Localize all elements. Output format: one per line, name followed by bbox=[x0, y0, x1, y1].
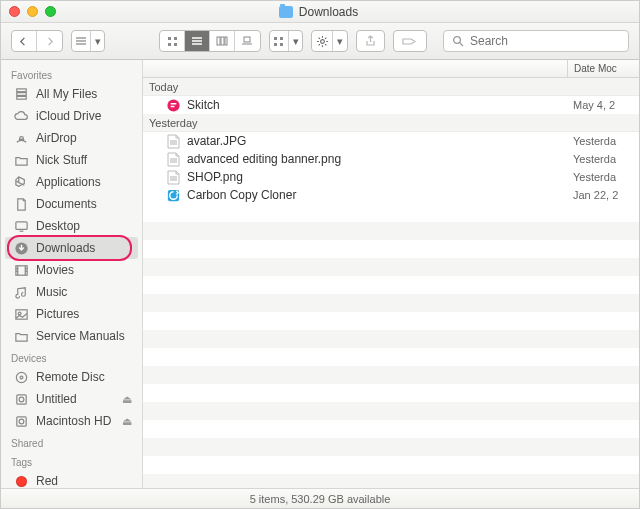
pictures-icon bbox=[13, 306, 29, 322]
svg-point-28 bbox=[19, 419, 24, 424]
window-controls bbox=[9, 6, 56, 17]
png-file-icon bbox=[165, 169, 181, 185]
close-button[interactable] bbox=[9, 6, 20, 17]
file-row[interactable]: advanced editing banner.pngYesterda bbox=[143, 150, 639, 168]
file-name: Skitch bbox=[187, 98, 567, 112]
sidebar-item-label: Music bbox=[36, 285, 132, 299]
desktop-icon bbox=[13, 218, 29, 234]
zoom-button[interactable] bbox=[45, 6, 56, 17]
chevron-down-icon: ▾ bbox=[333, 31, 346, 51]
jpg-file-icon bbox=[165, 133, 181, 149]
eject-icon[interactable]: ⏏ bbox=[122, 415, 132, 428]
coverflow-view-button[interactable] bbox=[235, 31, 260, 51]
sidebar-item-applications[interactable]: Applications bbox=[1, 171, 142, 193]
sidebar-item-red[interactable]: Red bbox=[1, 470, 142, 488]
file-row[interactable]: SkitchMay 4, 2 bbox=[143, 96, 639, 114]
search-field[interactable] bbox=[443, 30, 629, 52]
music-icon bbox=[13, 284, 29, 300]
list-icon bbox=[191, 36, 203, 46]
minimize-button[interactable] bbox=[27, 6, 38, 17]
svg-rect-5 bbox=[221, 37, 224, 45]
path-dropdown[interactable]: ▾ bbox=[71, 30, 106, 52]
list-view-button[interactable] bbox=[185, 31, 210, 51]
column-date-modified[interactable]: Date Moc bbox=[567, 60, 639, 77]
svg-rect-31 bbox=[170, 158, 177, 163]
titlebar: Downloads bbox=[1, 1, 639, 23]
sidebar-item-label: All My Files bbox=[36, 87, 132, 101]
chevron-right-icon bbox=[45, 37, 54, 46]
sidebar-item-label: Downloads bbox=[36, 241, 128, 255]
svg-rect-4 bbox=[217, 37, 220, 45]
back-button[interactable] bbox=[12, 31, 37, 51]
svg-rect-32 bbox=[170, 176, 177, 181]
svg-rect-7 bbox=[244, 37, 250, 42]
file-date: Jan 22, 2 bbox=[567, 189, 639, 201]
column-headers: Date Moc bbox=[143, 60, 639, 78]
svg-rect-16 bbox=[16, 96, 25, 99]
svg-rect-15 bbox=[16, 92, 25, 95]
forward-button[interactable] bbox=[37, 31, 62, 51]
airdrop-icon bbox=[13, 130, 29, 146]
svg-rect-3 bbox=[174, 43, 177, 46]
sidebar-item-movies[interactable]: Movies bbox=[1, 259, 142, 281]
nav-back-forward bbox=[11, 30, 63, 52]
status-bar: 5 items, 530.29 GB available bbox=[1, 488, 639, 508]
remote-disc-icon bbox=[13, 369, 29, 385]
icon-view-button[interactable] bbox=[160, 31, 185, 51]
list-lines-icon bbox=[75, 36, 87, 46]
documents-icon bbox=[13, 196, 29, 212]
sidebar-item-all-my-files[interactable]: All My Files bbox=[1, 83, 142, 105]
applications-icon bbox=[13, 174, 29, 190]
sidebar-item-desktop[interactable]: Desktop bbox=[1, 215, 142, 237]
search-input[interactable] bbox=[470, 34, 620, 48]
search-icon bbox=[452, 35, 464, 47]
chevron-down-icon: ▾ bbox=[91, 31, 104, 51]
group-header: Yesterday bbox=[143, 114, 639, 132]
window-title-text: Downloads bbox=[299, 5, 358, 19]
column-view-button[interactable] bbox=[210, 31, 235, 51]
file-row[interactable]: avatar.JPGYesterda bbox=[143, 132, 639, 150]
window-title: Downloads bbox=[56, 5, 581, 19]
svg-rect-8 bbox=[274, 37, 277, 40]
share-icon bbox=[365, 35, 376, 47]
coverflow-icon bbox=[241, 36, 253, 46]
sidebar-section-header: Shared bbox=[1, 432, 142, 451]
sidebar-item-label: Movies bbox=[36, 263, 132, 277]
sidebar-section-header: Devices bbox=[1, 347, 142, 366]
action-dropdown[interactable]: ▾ bbox=[311, 30, 347, 52]
sidebar-item-label: Untitled bbox=[36, 392, 115, 406]
ccc-app-icon bbox=[165, 187, 181, 203]
sidebar-section-header: Tags bbox=[1, 451, 142, 470]
svg-point-13 bbox=[454, 37, 461, 44]
gear-icon bbox=[316, 35, 329, 48]
sidebar-item-untitled[interactable]: Untitled⏏ bbox=[1, 388, 142, 410]
sidebar-item-airdrop[interactable]: AirDrop bbox=[1, 127, 142, 149]
sidebar-item-remote-disc[interactable]: Remote Disc bbox=[1, 366, 142, 388]
svg-rect-27 bbox=[16, 416, 25, 425]
sidebar-item-nick-stuff[interactable]: Nick Stuff bbox=[1, 149, 142, 171]
all-my-files-icon bbox=[13, 86, 29, 102]
sidebar-item-label: iCloud Drive bbox=[36, 109, 132, 123]
svg-point-23 bbox=[16, 372, 26, 382]
svg-rect-6 bbox=[225, 37, 227, 45]
sidebar-item-service-manuals[interactable]: Service Manuals bbox=[1, 325, 142, 347]
sidebar-item-label: Service Manuals bbox=[36, 329, 132, 343]
arrange-dropdown[interactable]: ▾ bbox=[269, 30, 304, 52]
tag-icon bbox=[402, 36, 418, 47]
sidebar-item-downloads[interactable]: Downloads bbox=[5, 237, 138, 259]
file-row[interactable]: SHOP.pngYesterda bbox=[143, 168, 639, 186]
view-switcher bbox=[159, 30, 260, 52]
sidebar-item-pictures[interactable]: Pictures bbox=[1, 303, 142, 325]
sidebar-item-music[interactable]: Music bbox=[1, 281, 142, 303]
file-row[interactable]: Carbon Copy ClonerJan 22, 2 bbox=[143, 186, 639, 204]
eject-icon[interactable]: ⏏ bbox=[122, 393, 132, 406]
share-button[interactable] bbox=[356, 30, 385, 52]
sidebar-item-documents[interactable]: Documents bbox=[1, 193, 142, 215]
file-list[interactable]: TodaySkitchMay 4, 2Yesterdayavatar.JPGYe… bbox=[143, 78, 639, 488]
sidebar-item-icloud-drive[interactable]: iCloud Drive bbox=[1, 105, 142, 127]
svg-rect-10 bbox=[274, 43, 277, 46]
svg-point-12 bbox=[321, 39, 325, 43]
sidebar-item-macintosh-hd[interactable]: Macintosh HD⏏ bbox=[1, 410, 142, 432]
sidebar-item-label: Pictures bbox=[36, 307, 132, 321]
tags-button[interactable] bbox=[393, 30, 428, 52]
